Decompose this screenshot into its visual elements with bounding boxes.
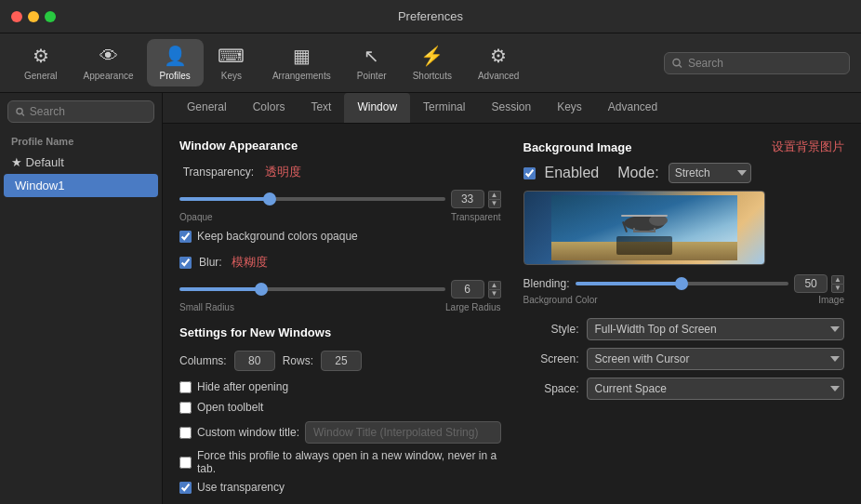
blending-up[interactable]: ▲ <box>831 275 844 284</box>
toolbar-label-profiles: Profiles <box>160 71 191 81</box>
bg-image-annotation: 设置背景图片 <box>772 139 844 155</box>
sidebar-search-container[interactable] <box>7 100 154 123</box>
blur-checkbox[interactable] <box>179 257 192 269</box>
pointer-icon: ↖ <box>364 45 379 67</box>
bg-enabled-checkbox[interactable] <box>523 167 536 179</box>
sidebar-search-icon <box>16 107 25 117</box>
space-select[interactable]: Current Space All Spaces <box>587 378 845 400</box>
toolbar-item-arrangements[interactable]: ▦ Arrangements <box>259 39 344 86</box>
toolbar-item-shortcuts[interactable]: ⚡ Shortcuts <box>400 39 465 86</box>
toolbar-search-input[interactable] <box>688 57 841 70</box>
panel-content: Window Appearance Transparency: 透明度 33 ▲… <box>163 124 861 504</box>
custom-window-title-label: Custom window title: <box>197 426 299 439</box>
sidebar-search-input[interactable] <box>30 105 146 118</box>
window-appearance-title: Window Appearance <box>179 139 501 153</box>
toolbar-item-general[interactable]: ⚙ General <box>11 39 71 86</box>
columns-input[interactable] <box>234 351 275 371</box>
tab-colors[interactable]: Colors <box>240 93 298 123</box>
toolbar-item-advanced[interactable]: ⚙ Advanced <box>465 39 532 86</box>
tab-terminal[interactable]: Terminal <box>410 93 478 123</box>
minimize-button[interactable] <box>28 11 39 22</box>
tab-advanced[interactable]: Advanced <box>595 93 670 123</box>
blending-stepper[interactable]: ▲ ▼ <box>831 275 844 293</box>
bg-image-title: Background Image <box>523 140 632 154</box>
space-row: Space: Current Space All Spaces <box>523 378 845 400</box>
mode-select[interactable]: Stretch Tile Scale to Fill Scale to Fit <box>669 163 751 183</box>
blur-down[interactable]: ▼ <box>488 289 501 298</box>
svg-point-2 <box>17 108 22 113</box>
close-button[interactable] <box>11 11 22 22</box>
keep-bg-colors-checkbox[interactable] <box>179 231 192 243</box>
sidebar-item-window1[interactable]: Window1 <box>4 174 158 197</box>
blending-down[interactable]: ▼ <box>831 284 844 293</box>
large-radius-label: Large Radius <box>445 302 500 312</box>
toolbar-label-keys: Keys <box>221 71 242 81</box>
panel-right: Background Image 设置背景图片 Enabled Mode: St… <box>523 139 845 504</box>
svg-rect-10 <box>635 231 654 232</box>
blur-slider-row: 6 ▲ ▼ <box>179 280 501 298</box>
rows-input[interactable] <box>321 351 362 371</box>
svg-line-3 <box>22 113 24 115</box>
blending-slider[interactable] <box>576 282 789 285</box>
force-new-window-checkbox[interactable] <box>179 457 192 469</box>
use-transparency-checkbox[interactable] <box>179 482 192 494</box>
columns-rows-row: Columns: Rows: <box>179 351 501 371</box>
advanced-icon: ⚙ <box>490 45 507 67</box>
force-new-window-label: Force this profile to always open in a n… <box>197 449 501 475</box>
small-radius-label: Small Radius <box>179 302 234 312</box>
bg-controls: Enabled Mode: Stretch Tile Scale to Fill… <box>523 163 845 183</box>
transparency-up[interactable]: ▲ <box>488 191 501 199</box>
transparency-annotation: 透明度 <box>265 164 301 180</box>
open-toolbelt-checkbox[interactable] <box>179 402 192 414</box>
tab-text[interactable]: Text <box>298 93 344 123</box>
tab-keys[interactable]: Keys <box>544 93 595 123</box>
toolbar-item-pointer[interactable]: ↖ Pointer <box>344 39 400 86</box>
svg-point-0 <box>673 59 680 65</box>
style-label: Style: <box>523 323 579 336</box>
screen-row: Screen: Screen with Cursor Main Screen A… <box>523 348 845 370</box>
sidebar-header: Profile Name <box>0 130 162 151</box>
lightning-icon: ⚡ <box>420 45 444 67</box>
blur-labels: Small Radius Large Radius <box>179 302 501 312</box>
blur-up[interactable]: ▲ <box>488 281 501 289</box>
sidebar-item-window1-label: Window1 <box>15 179 64 192</box>
content-panel: General Colors Text Window Terminal Sess… <box>163 93 861 504</box>
custom-window-title-checkbox[interactable] <box>179 427 192 439</box>
toolbar-item-keys[interactable]: ⌨ Keys <box>204 39 259 86</box>
hide-after-opening-checkbox[interactable] <box>179 381 192 393</box>
title-bar: Preferences <box>0 0 861 33</box>
toolbar-search[interactable] <box>664 52 850 74</box>
maximize-button[interactable] <box>45 11 56 22</box>
blur-stepper[interactable]: ▲ ▼ <box>488 281 501 298</box>
eye-icon: 👁 <box>99 46 118 67</box>
rows-label: Rows: <box>283 354 313 367</box>
tab-general[interactable]: General <box>174 93 240 123</box>
transparency-slider[interactable] <box>179 197 445 201</box>
bg-image-svg <box>551 195 737 260</box>
svg-rect-12 <box>654 228 656 232</box>
toolbar-label-shortcuts: Shortcuts <box>413 71 452 81</box>
blur-slider[interactable] <box>179 287 445 291</box>
transparency-stepper[interactable]: ▲ ▼ <box>488 191 501 208</box>
panel-left: Window Appearance Transparency: 透明度 33 ▲… <box>179 139 501 504</box>
toolbar-item-profiles[interactable]: 👤 Profiles <box>147 39 204 86</box>
keyboard-icon: ⌨ <box>218 45 245 67</box>
blur-annotation: 模糊度 <box>232 254 268 271</box>
transparency-down[interactable]: ▼ <box>488 199 501 208</box>
gear-icon: ⚙ <box>33 45 49 67</box>
svg-rect-8 <box>621 215 668 217</box>
open-toolbelt-label: Open toolbelt <box>197 401 263 414</box>
transparency-label: Transparency: <box>179 166 254 179</box>
toolbar: ⚙ General 👁 Appearance 👤 Profiles ⌨ Keys… <box>0 33 861 93</box>
new-windows-title: Settings for New Windows <box>179 325 501 339</box>
style-select[interactable]: Full-Width Top of Screen Normal Full Scr… <box>587 318 845 340</box>
screen-select[interactable]: Screen with Cursor Main Screen All Scree… <box>587 348 845 370</box>
sidebar-item-default[interactable]: ★ Default <box>0 151 162 174</box>
toolbar-item-appearance[interactable]: 👁 Appearance <box>71 40 147 86</box>
tab-session[interactable]: Session <box>478 93 544 123</box>
svg-rect-11 <box>633 228 635 232</box>
space-label: Space: <box>523 382 579 395</box>
tab-window[interactable]: Window <box>344 93 410 123</box>
blur-value: 6 <box>451 280 484 298</box>
custom-window-title-input[interactable] <box>305 421 500 444</box>
